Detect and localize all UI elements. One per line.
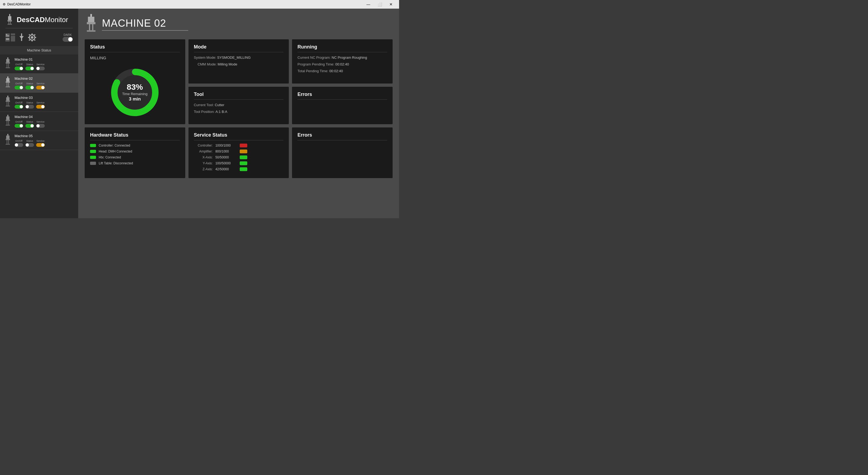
sidebar-toolbar: DARK	[0, 31, 78, 46]
machine-name-5: Machine 05	[14, 134, 74, 138]
main-content: MACHINE 02 Status MILLING	[78, 9, 399, 218]
machine-header-icon	[85, 14, 98, 34]
close-button[interactable]: ✕	[385, 0, 396, 8]
onoff-toggle-1[interactable]	[14, 67, 23, 70]
toggles-row-1: On/Off Status Service	[14, 63, 74, 70]
svg-rect-29	[6, 67, 10, 68]
filter-icon	[18, 33, 25, 41]
status-toggle-2[interactable]	[25, 86, 34, 90]
cnc-icon-3	[4, 96, 11, 109]
toggles-row-4: On/Off Status Service	[14, 121, 74, 128]
service-group-2: Service	[36, 82, 45, 90]
hw-f3: Lift Table: Disconnected	[90, 161, 180, 165]
machine-info-4: Machine 04 On/Off Status Service	[14, 115, 74, 128]
machine-icon-3	[4, 95, 12, 109]
svg-rect-57	[89, 24, 90, 31]
status-toggle-3[interactable]	[25, 105, 34, 109]
machine-icon-1	[4, 57, 12, 71]
machine-name-4: Machine 04	[14, 115, 74, 119]
onoff-toggle-3[interactable]	[14, 105, 23, 109]
machine-item-3[interactable]: Machine 03 On/Off Status Service	[0, 93, 78, 112]
cnc-icon-2	[4, 76, 11, 90]
machine-status-title: Machine Status	[0, 46, 78, 55]
machine-item-2[interactable]: Machine 02 On/Off Status Service	[0, 73, 78, 93]
machine-header-cnc-icon	[85, 14, 98, 33]
machine-item-5[interactable]: Machine 05 On/Off Status Service	[0, 131, 78, 150]
on-off-group-5: On/Off	[14, 140, 23, 147]
dark-mode-toggle[interactable]: DARK	[63, 33, 73, 42]
svg-rect-25	[6, 59, 9, 62]
svg-rect-33	[7, 83, 7, 87]
svg-rect-18	[28, 37, 29, 38]
status-toggle-5[interactable]	[25, 143, 34, 147]
svg-rect-19	[35, 37, 36, 38]
svg-rect-46	[8, 121, 9, 125]
onoff-toggle-2[interactable]	[14, 86, 23, 90]
svg-text:3 min: 3 min	[129, 97, 141, 102]
svc-f4: Z-Axis: 42/50000	[194, 167, 284, 171]
toggles-row-3: On/Off Status Service	[14, 101, 74, 109]
onoff-toggle-4[interactable]	[14, 124, 23, 128]
svc-card-final: Service Status Controller: 1000/1000 Amp…	[188, 128, 289, 178]
status-toggle-4[interactable]	[25, 124, 34, 128]
svg-rect-47	[6, 125, 10, 126]
errors-card-final: Errors	[292, 87, 393, 124]
status-group-4: Status	[25, 121, 34, 128]
svg-rect-38	[6, 101, 10, 102]
service-group-5: Service	[36, 140, 45, 147]
page-title: MACHINE 02	[102, 18, 188, 29]
svg-rect-56	[87, 22, 95, 24]
service-toggle-4[interactable]	[36, 124, 45, 128]
titlebar-controls: — ⬜ ✕	[363, 0, 396, 8]
svg-rect-32	[6, 81, 10, 83]
machine-info-1: Machine 01 On/Off Status Service	[14, 57, 74, 70]
filter-icon-button[interactable]	[18, 33, 25, 41]
machine-info-5: Machine 05 On/Off Status Service	[14, 134, 74, 147]
svg-point-14	[31, 36, 33, 39]
svg-rect-58	[92, 24, 93, 31]
sidebar: DesCADMonitor	[0, 9, 78, 218]
service-toggle-5[interactable]	[36, 143, 45, 147]
hw-f1: Head: DMH Connected	[90, 149, 180, 153]
svg-rect-53	[6, 144, 10, 145]
dashboard-icon-button[interactable]	[5, 33, 15, 41]
app-title: DesCADMonitor	[7, 2, 31, 6]
service-toggle-3[interactable]	[36, 105, 45, 109]
machine-item-1[interactable]: Machine 01 On/Off Status Service	[0, 55, 78, 73]
machine-icon-2	[4, 76, 12, 90]
svg-rect-5	[7, 24, 12, 25]
sidebar-logo-icon	[5, 14, 14, 25]
status-group-3: Status	[25, 101, 34, 109]
dashboard-icon	[5, 33, 15, 41]
title-underline	[102, 30, 188, 31]
svg-rect-9	[11, 36, 15, 41]
machine-item-4[interactable]: Machine 04 On/Off Status Service	[0, 112, 78, 131]
status-toggle-1[interactable]	[25, 67, 34, 70]
donut-final: 83% Time Remaining 3 min	[108, 65, 162, 120]
toggle-track[interactable]	[63, 37, 73, 42]
hw-card-final: Hardware Status Controller: Connected He…	[85, 128, 185, 178]
status-group-5: Status	[25, 140, 34, 147]
status-card-final: Status MILLING 83% Time Remaining 3 min	[85, 39, 185, 124]
machine-info-3: Machine 03 On/Off Status Service	[14, 96, 74, 109]
sidebar-header: DesCADMonitor	[0, 9, 78, 28]
svg-rect-44	[6, 120, 10, 121]
service-toggle-1[interactable]	[36, 67, 45, 70]
titlebar-left: ⚙ DesCADMonitor	[3, 2, 31, 6]
machine-icon-4	[4, 114, 12, 128]
toggle-thumb	[68, 37, 72, 41]
cnc-icon-4	[4, 115, 11, 128]
svg-rect-1	[8, 16, 11, 20]
service-toggle-2[interactable]	[36, 86, 45, 90]
titlebar: ⚙ DesCADMonitor — ⬜ ✕	[0, 0, 399, 9]
settings-icon-button[interactable]	[28, 33, 36, 41]
hw-f0: Controller: Connected	[90, 144, 180, 147]
svg-rect-17	[32, 40, 33, 41]
svg-rect-2	[7, 20, 12, 22]
maximize-button[interactable]: ⬜	[374, 0, 385, 8]
app-icon: ⚙	[3, 2, 6, 6]
minimize-button[interactable]: —	[363, 0, 374, 8]
machine-name-1: Machine 01	[14, 57, 74, 61]
app-logo: DesCADMonitor	[17, 15, 68, 24]
onoff-toggle-5[interactable]	[14, 143, 23, 147]
